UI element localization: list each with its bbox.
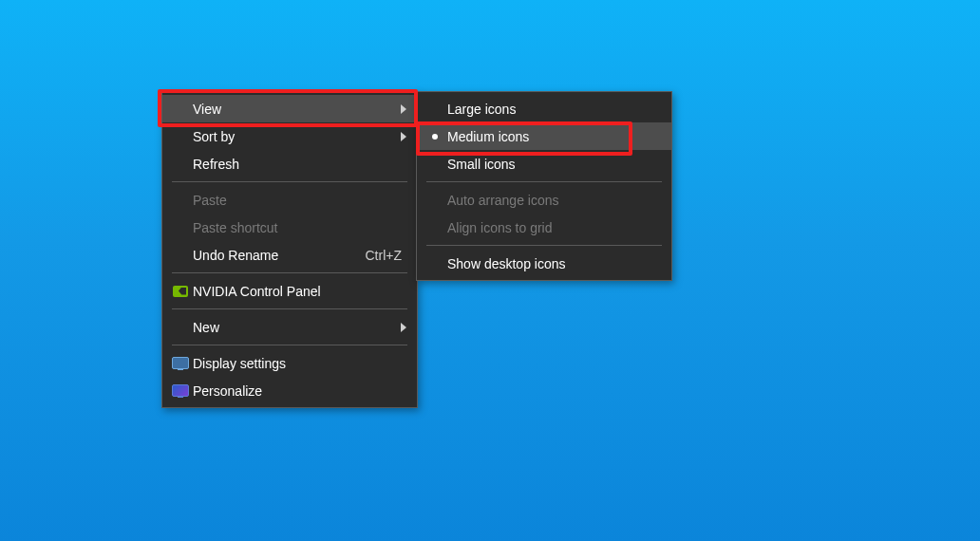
menu-item-paste-shortcut: Paste shortcut — [162, 214, 417, 241]
menu-item-label: Auto arrange icons — [447, 193, 664, 208]
view-submenu: Large icons Medium icons Small icons Aut… — [416, 91, 672, 281]
menu-item-sort-by[interactable]: Sort by — [162, 122, 417, 150]
menu-item-label: Refresh — [193, 157, 409, 172]
submenu-item-large-icons[interactable]: Large icons — [417, 95, 671, 122]
menu-separator — [426, 181, 662, 182]
menu-item-label: NVIDIA Control Panel — [193, 284, 409, 299]
submenu-item-show-desktop-icons[interactable]: Show desktop icons — [417, 250, 671, 277]
menu-item-refresh[interactable]: Refresh — [162, 150, 417, 177]
monitor-icon — [168, 357, 193, 369]
menu-item-label: Display settings — [193, 356, 409, 371]
menu-item-new[interactable]: New — [162, 313, 417, 341]
menu-item-label: Personalize — [193, 383, 409, 399]
menu-item-label: Show desktop icons — [447, 256, 664, 271]
menu-separator — [172, 272, 407, 273]
submenu-item-auto-arrange[interactable]: Auto arrange icons — [417, 186, 671, 214]
menu-separator — [172, 181, 407, 182]
nvidia-icon — [168, 286, 193, 297]
submenu-item-small-icons[interactable]: Small icons — [417, 150, 671, 177]
menu-separator — [426, 245, 662, 246]
menu-item-nvidia-control-panel[interactable]: NVIDIA Control Panel — [162, 277, 417, 305]
menu-item-label: Undo Rename — [193, 248, 366, 263]
menu-item-label: Small icons — [447, 157, 664, 172]
menu-item-undo-rename[interactable]: Undo Rename Ctrl+Z — [162, 241, 417, 269]
menu-item-label: New — [193, 320, 398, 335]
chevron-right-icon — [398, 323, 409, 332]
submenu-item-align-to-grid[interactable]: Align icons to grid — [417, 214, 671, 241]
menu-item-label: Paste — [193, 193, 409, 208]
menu-item-label: Paste shortcut — [193, 220, 409, 235]
menu-item-label: Large icons — [447, 102, 664, 117]
menu-item-label: Medium icons — [447, 129, 664, 144]
menu-item-shortcut: Ctrl+Z — [366, 248, 410, 263]
personalize-icon — [168, 384, 193, 397]
menu-item-personalize[interactable]: Personalize — [162, 377, 417, 404]
menu-item-label: Sort by — [193, 129, 398, 144]
menu-item-label: Align icons to grid — [447, 220, 664, 235]
menu-separator — [172, 345, 407, 345]
radio-selected-icon — [423, 134, 447, 140]
menu-item-paste: Paste — [162, 186, 417, 214]
menu-item-view[interactable]: View — [162, 95, 417, 122]
menu-separator — [172, 308, 407, 309]
menu-item-display-settings[interactable]: Display settings — [162, 349, 417, 377]
desktop-context-menu: View Sort by Refresh Paste Paste shortcu… — [161, 91, 418, 408]
submenu-item-medium-icons[interactable]: Medium icons — [417, 122, 671, 150]
chevron-right-icon — [398, 132, 409, 141]
chevron-right-icon — [398, 104, 409, 114]
menu-item-label: View — [193, 102, 398, 117]
